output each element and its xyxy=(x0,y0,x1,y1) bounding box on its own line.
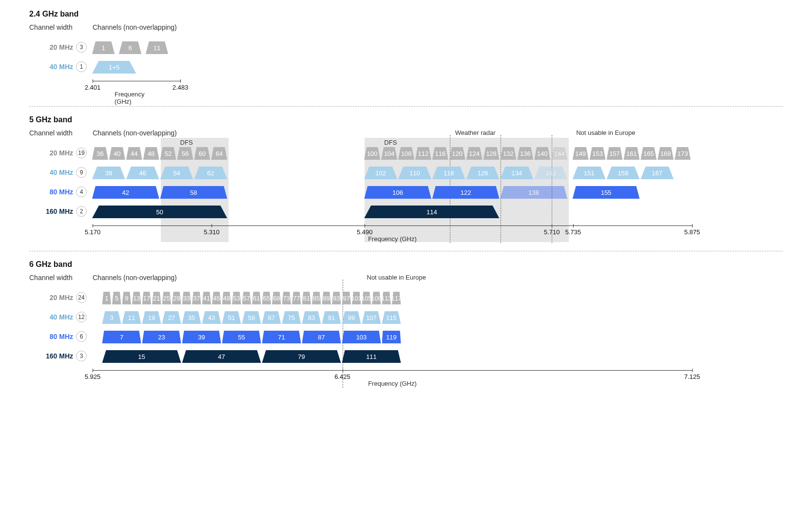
channel-block: 144 xyxy=(551,147,567,160)
channel-block: 71 xyxy=(262,331,301,343)
axis-tick xyxy=(93,79,93,83)
channel-track: 50114 xyxy=(92,205,691,218)
channel-block: 136 xyxy=(517,147,533,160)
frequency-axis: 5.1705.3105.4905.7105.7355.875Frequency … xyxy=(93,225,692,242)
axis-tick-label: 5.310 xyxy=(204,228,220,236)
channel-block: 159 xyxy=(607,167,640,179)
channel-block: 36 xyxy=(92,147,108,160)
width-label: 40 MHz xyxy=(29,313,76,321)
band-title: 5 GHz band xyxy=(29,115,783,124)
channel-block: 53 xyxy=(232,292,241,304)
width-row: 160 MHz3154779111 xyxy=(29,348,692,364)
channel-block: 59 xyxy=(242,311,261,324)
width-row: 40 MHz9384654621021101181261341421511591… xyxy=(29,164,692,181)
channel-block: 101 xyxy=(352,292,361,304)
channel-block: 132 xyxy=(500,147,516,160)
frequency-axis: 5.9256.4257.125Frequency (GHz) xyxy=(93,370,692,387)
band-section: 2.4 GHz bandChannel widthChannels (non-o… xyxy=(29,10,783,97)
width-label: 20 MHz xyxy=(29,43,76,51)
axis-tick xyxy=(93,224,93,227)
channel-count-badge: 9 xyxy=(76,167,87,178)
channel-count-badge: 3 xyxy=(76,42,87,53)
channel-block: 1+5 xyxy=(92,61,136,74)
channel-block: 149 xyxy=(573,147,589,160)
channel-track: 4258106122138155 xyxy=(92,185,691,199)
channel-block: 25 xyxy=(162,292,172,304)
axis-tick-label: 5.925 xyxy=(85,373,101,380)
channel-track: 38465462102110118126134142151159167 xyxy=(92,166,691,179)
hdr-channel-width: Channel width xyxy=(29,23,93,31)
band-title: 6 GHz band xyxy=(29,260,783,269)
axis-line xyxy=(93,225,692,226)
channel-block: 102 xyxy=(364,167,397,179)
channel-block: 138 xyxy=(500,186,567,199)
channel-count-badge: 19 xyxy=(76,148,87,158)
channel-block: 15 xyxy=(102,350,181,363)
channel-block: 7 xyxy=(102,331,141,343)
band-timeline: DFSDFSWeather radarNot usable in Europe2… xyxy=(93,141,692,242)
channel-block: 58 xyxy=(160,186,228,199)
channel-block: 89 xyxy=(322,292,331,304)
channel-track: 3111927354351596775839199107115 xyxy=(92,310,691,324)
channel-block: 55 xyxy=(222,331,261,343)
channel-track: 154779111 xyxy=(92,349,691,363)
channel-block: 116 xyxy=(432,147,448,160)
channel-block: 17 xyxy=(142,292,152,304)
channel-block: 62 xyxy=(194,167,227,179)
axis-tick-label: 5.875 xyxy=(684,228,700,236)
axis-tick-label: 7.125 xyxy=(684,373,700,380)
width-row: 160 MHz250114 xyxy=(29,203,692,220)
band-timeline: 20 MHz3161140 MHz11+52.4012.483Frequency… xyxy=(93,35,180,97)
axis-tick xyxy=(692,224,693,227)
width-label: 160 MHz xyxy=(29,352,76,360)
band-title: 2.4 GHz band xyxy=(29,10,783,19)
channel-track: 1611 xyxy=(92,40,179,54)
axis-tick xyxy=(692,369,693,372)
channel-block: 69 xyxy=(272,292,281,304)
channel-block: 13 xyxy=(132,292,141,304)
axis-tick-label: 2.483 xyxy=(173,84,189,91)
axis-tick xyxy=(212,224,212,227)
channel-block: 49 xyxy=(222,292,232,304)
channel-count-badge: 1 xyxy=(76,61,87,72)
axis-title: Frequency (GHz) xyxy=(368,235,417,243)
channel-block: 51 xyxy=(222,311,241,324)
channel-block: 1 xyxy=(92,41,115,54)
channel-block: 119 xyxy=(382,331,401,343)
channel-block: 57 xyxy=(242,292,251,304)
hdr-channel-width: Channel width xyxy=(29,129,93,137)
channel-block: 5 xyxy=(112,292,121,304)
channel-block: 115 xyxy=(382,311,401,324)
not-usable-europe-label: Not usable in Europe xyxy=(576,129,635,136)
axis-tick-label: 5.710 xyxy=(544,228,560,236)
channel-track: 72339557187103119 xyxy=(92,330,691,343)
channel-block: 43 xyxy=(202,311,221,324)
channel-block: 79 xyxy=(262,350,341,363)
channel-block: 67 xyxy=(262,311,281,324)
channel-block: 100 xyxy=(364,147,380,160)
width-label: 80 MHz xyxy=(29,188,76,196)
weather-radar-label: Weather radar xyxy=(455,129,496,136)
channel-block: 83 xyxy=(302,311,321,324)
channel-block: 6 xyxy=(119,41,141,54)
channel-block: 19 xyxy=(142,311,161,324)
channel-block: 77 xyxy=(292,292,301,304)
channel-block: 118 xyxy=(432,167,465,179)
channel-block: 85 xyxy=(312,292,321,304)
axis-tick xyxy=(552,224,552,227)
channel-block: 56 xyxy=(177,147,193,160)
band-section: 6 GHz bandChannel widthChannels (non-ove… xyxy=(29,260,783,387)
channel-block: 42 xyxy=(92,186,159,199)
width-row: 80 MHz44258106122138155 xyxy=(29,184,692,200)
channel-block: 153 xyxy=(590,147,606,160)
axis-tick xyxy=(573,224,574,227)
channel-block: 73 xyxy=(282,292,291,304)
hdr-channel-width: Channel width xyxy=(29,274,93,282)
band-divider xyxy=(29,106,783,107)
channel-block: 50 xyxy=(92,206,227,218)
channel-block: 99 xyxy=(342,311,361,324)
channel-block: 155 xyxy=(573,186,640,199)
channel-block: 41 xyxy=(202,292,212,304)
channel-block: 52 xyxy=(160,147,176,160)
channel-track: 1591317212529333741454953576165697377818… xyxy=(92,291,691,304)
